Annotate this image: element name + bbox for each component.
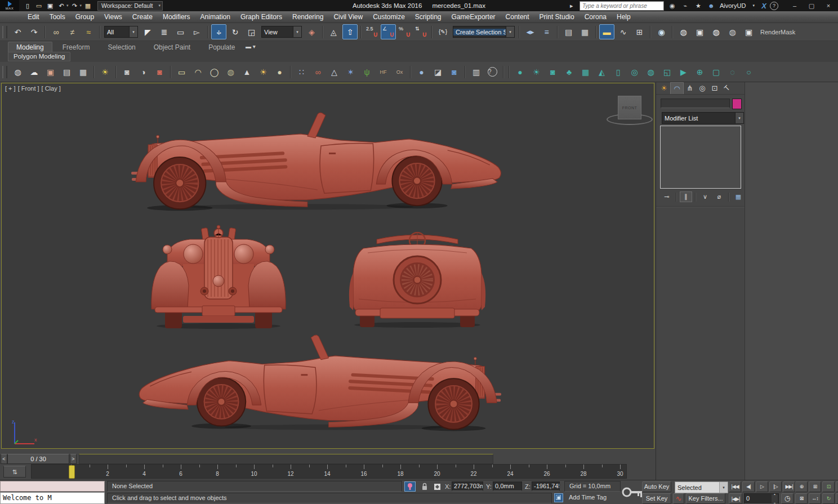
viewcube[interactable]: FRONT [612, 93, 654, 130]
grass-icon[interactable]: ψ [359, 64, 375, 79]
spinner-snap-icon[interactable]: ∪⇅ [413, 24, 429, 39]
help-icon[interactable]: ? [485, 64, 500, 79]
configure-modifier-sets-icon[interactable]: ▦ [732, 191, 745, 202]
chevron-down-icon[interactable]: ▾ [80, 3, 82, 8]
corona-light-icon[interactable]: ● [512, 64, 528, 79]
select-by-name-icon[interactable]: ≣ [157, 24, 172, 39]
exchange-icon[interactable]: X [761, 2, 766, 10]
help-icon[interactable]: ? [770, 2, 778, 10]
ribbon-overflow-icon[interactable]: ▬ ▾ [243, 43, 258, 50]
pyramid-icon[interactable]: △ [327, 64, 342, 79]
add-time-tag-icon[interactable] [554, 493, 563, 502]
toolbar-grip[interactable] [2, 26, 7, 38]
corona-scatter-icon[interactable]: ♣ [561, 64, 577, 79]
corona-region-icon[interactable]: ◱ [659, 64, 675, 79]
sphere-tan-icon[interactable]: ● [272, 64, 287, 79]
selection-filter-combo[interactable]: All▾ [104, 26, 138, 38]
window-crossing-icon[interactable]: ▻ [189, 24, 204, 39]
maximize-button[interactable]: ▢ [803, 1, 820, 11]
previous-frame-icon[interactable]: ◀| [742, 481, 755, 492]
corona-vfb-icon[interactable]: ▶ [676, 64, 691, 79]
project-folder-icon[interactable]: ▦ [83, 1, 93, 10]
maximize-viewport-icon[interactable]: ◱ [836, 493, 838, 504]
default-tangent-button[interactable]: ∿ [673, 493, 684, 504]
undo-icon[interactable]: ↶ [10, 24, 25, 39]
key-selection-combo[interactable]: Selected ▾ [675, 481, 728, 493]
search-box[interactable] [580, 1, 664, 11]
render-window-icon[interactable]: ▣ [43, 64, 58, 79]
reference-coordinate-combo[interactable]: View▾ [261, 26, 302, 38]
proxy-icon[interactable]: ◙ [447, 64, 462, 79]
menu-views[interactable]: Views [99, 11, 127, 23]
menu-edit[interactable]: Edit [23, 11, 44, 23]
y-coordinate-field[interactable]: 0,0mm [493, 481, 522, 491]
time-configuration-button[interactable]: ◷ [781, 493, 794, 504]
corona-proxy-icon[interactable]: ▯ [610, 64, 626, 79]
menu-customize[interactable]: Customize [368, 11, 410, 23]
favorites-star-icon[interactable]: ★ [693, 1, 703, 10]
set-key-button[interactable]: Set Key [642, 493, 671, 504]
cone-icon[interactable]: ▲ [239, 64, 255, 79]
mirror-icon[interactable]: ◀▶ [523, 24, 538, 39]
object-color-swatch[interactable] [732, 99, 742, 109]
close-button[interactable]: × [820, 1, 837, 11]
tab-motion[interactable]: ◎ [696, 82, 708, 93]
user-icon[interactable]: ☻ [706, 1, 716, 10]
curve-editor-icon[interactable]: ∿ [616, 24, 631, 39]
zoom-extents-all-icon[interactable]: ⊞ [836, 481, 838, 492]
set-keys-key-icon[interactable] [622, 484, 643, 501]
zoom-all-icon[interactable]: ⊞ [809, 481, 821, 492]
pan-icon[interactable]: ↔↕ [809, 493, 821, 504]
material-converter-icon[interactable]: ◪ [430, 64, 445, 79]
select-and-link-icon[interactable]: ∞ [48, 24, 64, 39]
corona-panel-icon[interactable]: ▢ [708, 64, 724, 79]
go-to-start-icon[interactable]: |◀◀ [729, 481, 741, 492]
tab-modify[interactable]: ◠ [670, 82, 684, 94]
zoom-icon[interactable]: ⊕ [795, 481, 808, 492]
rectangular-selection-region-icon[interactable]: ▭ [173, 24, 188, 39]
corona-lister-icon[interactable]: ▦ [578, 64, 593, 79]
edit-named-selection-sets-icon[interactable]: {✎} [435, 24, 451, 39]
minimize-button[interactable]: – [786, 1, 803, 11]
menu-content[interactable]: Content [501, 11, 534, 23]
corona-tonemap-icon[interactable]: ◍ [643, 64, 658, 79]
render-flyout-icon[interactable]: ◍ [725, 24, 740, 39]
batch-render-icon[interactable]: ▦ [75, 64, 91, 79]
scatter-icon[interactable]: ∷ [294, 64, 309, 79]
ribbon-tab-freeform[interactable]: Freeform [55, 42, 98, 52]
render-production-icon[interactable]: ◍ [708, 24, 724, 39]
viewport-front[interactable]: [ + ] [ Front ] [ Clay ] FRONT [1, 83, 654, 449]
tab-hierarchy[interactable]: ⋔ [684, 82, 696, 93]
corona-tree-icon[interactable]: ◭ [594, 64, 609, 79]
search-icon[interactable]: ◉ [667, 1, 677, 10]
ribbon-tab-populate[interactable]: Populate [200, 42, 243, 52]
track-bar[interactable]: 024681012141618202224262830 [31, 464, 627, 479]
open-mini-curve-editor-button[interactable]: ⇅ [3, 466, 26, 478]
corona-camera-add-icon[interactable]: ⊕ [692, 64, 707, 79]
use-pivot-point-icon[interactable]: ◈ [304, 24, 319, 39]
workspace-combo[interactable]: Workspace: Default ▾ [97, 1, 163, 11]
x-coordinate-field[interactable]: 2772,703m [452, 481, 483, 491]
camera-red-icon[interactable]: ◙ [152, 64, 167, 79]
corona-interactive-icon[interactable]: ○ [741, 64, 756, 79]
viewport-menu-plus[interactable]: [ + ] [5, 85, 16, 92]
object-name-field[interactable] [661, 99, 730, 108]
time-slider-handle[interactable]: 0 / 30 [7, 454, 69, 464]
tab-create[interactable]: ☀ [658, 82, 670, 93]
undo-qa-icon[interactable]: ↶ [56, 1, 66, 10]
absolute-offset-toggle[interactable] [431, 481, 443, 492]
ribbon-tab-object-paint[interactable]: Object Paint [146, 42, 198, 52]
corona-camera-icon[interactable]: ◙ [545, 64, 560, 79]
toolbar-grip[interactable] [2, 66, 7, 78]
hair-fur-icon[interactable]: HF [376, 64, 391, 79]
sun-icon[interactable]: ☀ [256, 64, 271, 79]
chevron-down-icon[interactable]: ▾ [66, 3, 69, 8]
redo-qa-icon[interactable]: ↷ [70, 1, 80, 10]
maxscript-mini-listener[interactable]: Welcome to M [0, 492, 105, 504]
rendered-frame-window-icon[interactable]: ▣ [692, 24, 707, 39]
zoom-extents-icon[interactable]: ⊡ [822, 481, 835, 492]
render-teapot-icon[interactable]: ◍ [10, 64, 25, 79]
key-mode-toggle[interactable]: |◀▶| [729, 493, 742, 504]
select-and-move-icon[interactable]: ↔↕ [211, 24, 226, 39]
menu-help[interactable]: Help [612, 11, 636, 23]
